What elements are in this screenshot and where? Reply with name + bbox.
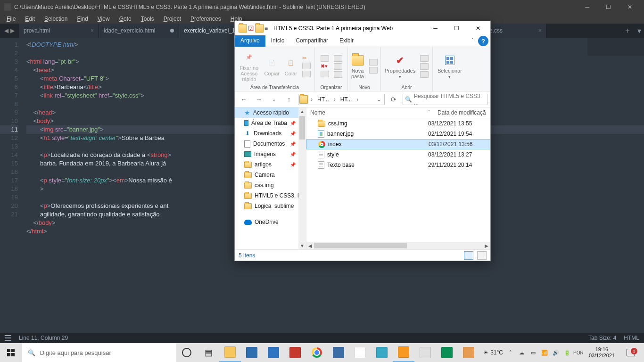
tab-size[interactable]: Tab Size: 4	[588, 335, 616, 341]
new-folder-button[interactable]: Nova pasta	[351, 54, 364, 79]
tree-item[interactable]: ★Acesso rápido	[235, 107, 306, 118]
ribbon-tab-file[interactable]: Arquivo	[235, 35, 265, 47]
taskbar-app-app4[interactable]	[458, 343, 479, 362]
wifi-icon[interactable]: 📶	[541, 349, 548, 356]
forward-button[interactable]: →	[253, 93, 265, 106]
taskbar-app-explorer[interactable]	[219, 343, 241, 362]
maximize-button[interactable]: ☐	[598, 0, 619, 14]
qat-item[interactable]: ≡	[264, 25, 268, 32]
view-icons-button[interactable]	[477, 251, 487, 260]
taskbar-app-sublime[interactable]	[393, 343, 414, 362]
help-icon[interactable]: ?	[478, 36, 488, 46]
minimap[interactable]	[587, 38, 644, 56]
ribbon-tab-view[interactable]: Exibir	[334, 35, 359, 47]
taskbar-app-itunes[interactable]	[349, 343, 371, 362]
address-bar[interactable]: › HT...› HT...› ⌄	[298, 94, 385, 105]
tree-item[interactable]: css.img	[235, 180, 306, 190]
refresh-button[interactable]: ⟳	[388, 93, 400, 106]
menu-view[interactable]: View	[94, 15, 114, 23]
new-tab-button[interactable]: ＋	[620, 24, 635, 38]
editor-tab[interactable]: prova.html×	[19, 24, 99, 38]
menu-preferences[interactable]: Preferences	[187, 15, 225, 23]
search-box[interactable]: 🔍 Pesquisar HTML5 e CSS3. ...	[403, 94, 487, 105]
taskbar-app-cortana[interactable]	[176, 343, 198, 362]
paste-button[interactable]: 📋Colar	[284, 57, 297, 76]
tree-item[interactable]: artigos📌	[235, 159, 306, 170]
sublime-titlebar[interactable]: C:\Users\Marco Aurélio\Desktop\HTML e CS…	[0, 0, 644, 14]
close-button[interactable]: ✕	[467, 21, 488, 35]
clock[interactable]: 19:1603/12/2021	[586, 346, 618, 359]
taskbar-app-app1[interactable]	[328, 343, 349, 362]
onedrive-icon[interactable]: ☁	[518, 349, 526, 356]
taskbar-app-app2[interactable]	[414, 343, 436, 362]
menu-goto[interactable]: Goto	[116, 15, 135, 23]
taskbar[interactable]: 🔍 Digite aqui para pesquisar ▤ ☀ 31°C ˄ …	[0, 343, 644, 362]
tree-item[interactable]: Área de Traba📌	[235, 118, 306, 128]
ribbon-collapse[interactable]: ˇ	[469, 35, 476, 47]
tree-item[interactable]: Documentos📌	[235, 139, 306, 149]
minimize-button[interactable]: ─	[425, 21, 446, 35]
file-row[interactable]: index03/12/2021 13:56	[306, 139, 490, 149]
up-button[interactable]: ↑	[283, 93, 295, 106]
explorer-titlebar[interactable]: ☑ ≡ HTML5 e CSS3. Parte 1 A primeira pag…	[235, 21, 490, 35]
ribbon-tab-home[interactable]: Início	[265, 35, 290, 47]
taskbar-search[interactable]: 🔍 Digite aqui para pesquisar	[22, 343, 176, 362]
menu-tools[interactable]: Tools	[137, 15, 158, 23]
nav-tree[interactable]: ★Acesso rápidoÁrea de Traba📌⬇Downloads📌D…	[235, 107, 306, 249]
tree-item[interactable]: ⬇Downloads📌	[235, 128, 306, 139]
menu-icon[interactable]	[5, 335, 11, 341]
file-row[interactable]: css.img03/12/2021 13:55	[306, 118, 490, 129]
editor-tab[interactable]: idade_exercicio.html	[99, 24, 179, 38]
file-row[interactable]: style03/12/2021 13:27	[306, 149, 490, 160]
tree-scrollbar[interactable]: ▲▼	[298, 107, 306, 249]
file-row[interactable]: Texto base29/11/2021 20:14	[306, 160, 490, 170]
taskbar-app-news[interactable]	[284, 343, 306, 362]
file-row[interactable]: banner.jpg02/12/2021 19:54	[306, 129, 490, 139]
tray-chevron-icon[interactable]: ˄	[507, 349, 514, 356]
taskbar-app-edge[interactable]	[371, 343, 393, 362]
minimize-button[interactable]: ─	[577, 0, 598, 14]
taskbar-app-chrome[interactable]	[306, 343, 328, 362]
ribbon-tab-share[interactable]: Compartilhar	[290, 35, 334, 47]
weather-widget[interactable]: ☀ 31°C	[483, 349, 503, 356]
taskbar-app-mail[interactable]	[263, 343, 284, 362]
tree-item[interactable]: OneDrive	[235, 217, 306, 227]
tab-scroll-arrows[interactable]: ◀ ▶	[0, 24, 19, 38]
recent-button[interactable]: ⌄	[268, 93, 280, 106]
ribbon-tabs[interactable]: Arquivo Início Compartilhar Exibir ˇ ?	[235, 35, 490, 47]
view-details-button[interactable]	[464, 251, 473, 260]
system-tray[interactable]: ☀ 31°C ˄ ☁ ▭ 📶 🔊 🔋 POR 19:1603/12/2021 3	[479, 346, 644, 359]
close-button[interactable]: ✕	[619, 0, 640, 14]
line-gutter[interactable]: 123456789101112131415161718192021	[0, 38, 23, 333]
qat-item[interactable]: ☑	[248, 25, 254, 32]
taskbar-app-taskview[interactable]: ▤	[198, 343, 219, 362]
tree-item[interactable]: Logica_sublime	[235, 201, 306, 211]
select-button[interactable]: Selecionar▾	[438, 54, 462, 79]
start-button[interactable]	[0, 343, 22, 362]
explorer-window[interactable]: ☑ ≡ HTML5 e CSS3. Parte 1 A primeira pag…	[234, 21, 491, 261]
menu-file[interactable]: File	[3, 15, 19, 23]
menu-selection[interactable]: Selection	[41, 15, 71, 23]
file-list[interactable]: Nome ˇ Data de modificaçã css.img03/12/2…	[306, 107, 490, 249]
column-headers[interactable]: Nome ˇ Data de modificaçã	[306, 107, 490, 118]
notifications-button[interactable]: 3	[621, 349, 640, 356]
tree-item[interactable]: Imagens📌	[235, 149, 306, 159]
tab-menu-button[interactable]: ▾	[635, 24, 644, 38]
list-hscrollbar[interactable]: ◀▶	[306, 242, 490, 249]
menu-edit[interactable]: Edit	[21, 15, 39, 23]
volume-icon[interactable]: 🔊	[552, 349, 560, 356]
touchpad-icon[interactable]: ▭	[529, 349, 537, 356]
sublime-statusbar[interactable]: Line 11, Column 29 Tab Size: 4 HTML	[0, 333, 644, 343]
battery-icon[interactable]: 🔋	[563, 349, 571, 356]
properties-button[interactable]: ✔Propriedades▾	[385, 54, 415, 79]
maximize-button[interactable]: ☐	[446, 21, 467, 35]
tree-item[interactable]: HTML5 e CSS3. P	[235, 190, 306, 201]
menu-find[interactable]: Find	[73, 15, 91, 23]
syntax-mode[interactable]: HTML	[624, 335, 639, 341]
taskbar-app-app3[interactable]	[436, 343, 458, 362]
language-indicator[interactable]: POR	[575, 349, 582, 356]
copy-button[interactable]: 📄Copiar	[264, 57, 280, 76]
qat-icons[interactable]: ☑ ≡	[237, 24, 270, 33]
menu-project[interactable]: Project	[160, 15, 185, 23]
back-button[interactable]: ←	[238, 93, 250, 106]
